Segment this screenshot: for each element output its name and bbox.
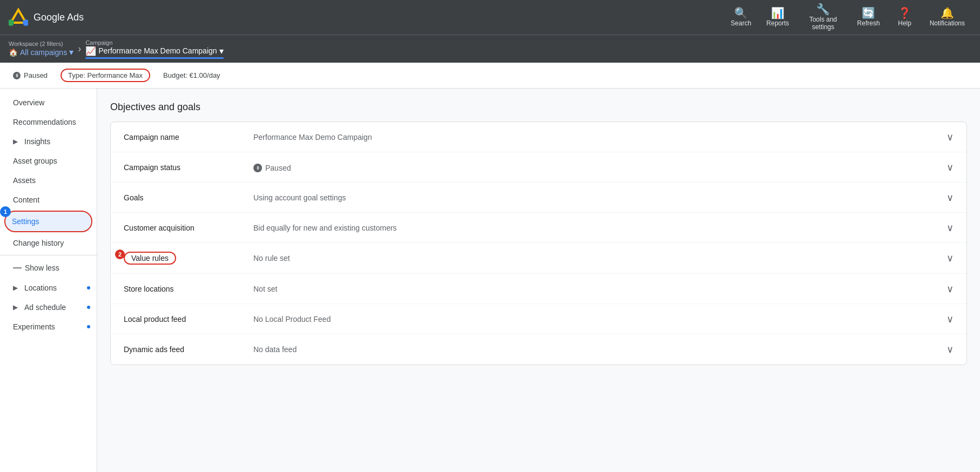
sidebar-item-experiments[interactable]: Experiments — [0, 317, 97, 336]
sidebar-item-assets[interactable]: Assets — [0, 171, 97, 190]
help-label: Help — [898, 19, 911, 27]
nav-actions: 🔍 Search 📊 Reports 🔧 Tools and settings … — [724, 0, 971, 35]
sidebar-item-ad-schedule[interactable]: ▶ Ad schedule — [0, 298, 97, 317]
help-nav-button[interactable]: ❓ Help — [889, 3, 921, 31]
workspace-chevron-icon: ▾ — [69, 47, 73, 57]
show-less-label: Show less — [25, 264, 59, 272]
sidebar: Overview Recommendations ▶ Insights Asse… — [0, 89, 97, 472]
row-chevron-icon: ∨ — [947, 131, 954, 143]
status-paused: ⏸ Paused — [13, 71, 48, 79]
sidebar-item-settings[interactable]: 1 Settings — [4, 211, 92, 232]
sidebar-item-insights[interactable]: ▶ Insights — [0, 132, 97, 151]
breadcrumb-separator: › — [78, 43, 81, 55]
row-value: No rule set — [253, 254, 938, 262]
paused-icon: ⏸ — [13, 72, 21, 79]
all-campaigns-link[interactable]: 🏠 All campaigns ▾ — [9, 47, 73, 57]
settings-badge-1: 1 — [0, 206, 11, 217]
budget-text: Budget: €1.00/day — [163, 71, 220, 79]
row-label: Store locations — [124, 285, 253, 293]
notifications-icon: 🔔 — [941, 8, 954, 18]
google-ads-logo — [9, 8, 28, 27]
reports-nav-button[interactable]: 📊 Reports — [760, 3, 796, 31]
budget-indicator: Budget: €1.00/day — [163, 71, 220, 79]
sidebar-item-locations[interactable]: ▶ Locations — [0, 278, 97, 298]
table-row[interactable]: Dynamic ads feed No data feed ∨ — [111, 334, 966, 365]
tools-label: Tools and settings — [804, 16, 842, 31]
section-title: Objectives and goals — [110, 102, 967, 113]
row-label: Campaign name — [124, 133, 253, 141]
home-icon: 🏠 — [9, 48, 18, 57]
locations-chevron-icon: ▶ — [13, 284, 18, 292]
campaign-breadcrumb: Campaign 📈 Performance Max Demo Campaign… — [85, 39, 223, 59]
reports-label: Reports — [767, 19, 789, 27]
tools-icon: 🔧 — [816, 4, 830, 15]
insights-chevron-icon: ▶ — [13, 138, 18, 145]
status-text: Paused — [24, 71, 48, 79]
notifications-nav-button[interactable]: 🔔 Notifications — [923, 3, 971, 31]
row-label: 2 Value rules — [124, 252, 253, 265]
show-less-dash-icon: — — [13, 263, 22, 273]
ad-schedule-dot — [87, 306, 90, 309]
campaign-name-breadcrumb[interactable]: 📈 Performance Max Demo Campaign ▾ — [85, 46, 223, 56]
status-value-text: Paused — [265, 164, 291, 172]
workspace-link-text: All campaigns — [20, 48, 67, 57]
table-row[interactable]: Local product feed No Local Product Feed… — [111, 304, 966, 334]
row-label: Goals — [124, 193, 253, 202]
main-layout: Overview Recommendations ▶ Insights Asse… — [0, 89, 980, 472]
breadcrumb-bar: Workspace (2 filters) 🏠 All campaigns ▾ … — [0, 35, 980, 63]
table-row[interactable]: 2 Value rules No rule set ∨ — [111, 243, 966, 274]
row-value: Not set — [253, 285, 938, 293]
sidebar-item-change-history[interactable]: Change history — [0, 233, 97, 253]
row-value: ⏸ Paused — [253, 163, 938, 172]
type-indicator[interactable]: Type: Performance Max — [61, 69, 150, 82]
refresh-icon: 🔄 — [862, 8, 875, 18]
tools-nav-button[interactable]: 🔧 Tools and settings — [798, 0, 849, 35]
logo-area: Google Ads — [9, 8, 84, 27]
sidebar-item-overview[interactable]: Overview — [0, 93, 97, 112]
row-chevron-icon: ∨ — [947, 222, 954, 234]
refresh-nav-button[interactable]: 🔄 Refresh — [851, 3, 887, 31]
row-label: Customer acquisition — [124, 224, 253, 232]
sidebar-item-content[interactable]: Content — [0, 190, 97, 210]
refresh-label: Refresh — [857, 19, 880, 27]
help-icon: ❓ — [898, 8, 911, 18]
row-chevron-icon: ∨ — [947, 192, 954, 204]
row-value: No data feed — [253, 345, 938, 354]
search-label: Search — [731, 19, 751, 27]
experiments-dot — [87, 325, 90, 328]
value-rules-badge-2: 2 — [115, 250, 125, 259]
row-chevron-icon: ∨ — [947, 161, 954, 173]
chart-icon: 📈 — [85, 46, 96, 56]
settings-table: Campaign name Performance Max Demo Campa… — [110, 122, 967, 365]
row-value: Bid equally for new and existing custome… — [253, 224, 938, 232]
table-row[interactable]: Goals Using account goal settings ∨ — [111, 183, 966, 213]
row-value: Using account goal settings — [253, 193, 938, 202]
campaign-chevron-icon: ▾ — [219, 46, 224, 56]
ad-schedule-chevron-icon: ▶ — [13, 304, 18, 311]
sidebar-show-less[interactable]: — Show less — [0, 258, 97, 278]
sidebar-item-recommendations[interactable]: Recommendations — [0, 112, 97, 132]
row-label: Dynamic ads feed — [124, 345, 253, 354]
top-nav: Google Ads 🔍 Search 📊 Reports 🔧 Tools an… — [0, 0, 980, 35]
row-chevron-icon: ∨ — [947, 343, 954, 355]
locations-dot — [87, 286, 90, 289]
active-underline — [85, 57, 223, 59]
sidebar-divider — [0, 255, 97, 255]
table-row[interactable]: Campaign status ⏸ Paused ∨ — [111, 152, 966, 183]
table-row[interactable]: Customer acquisition Bid equally for new… — [111, 213, 966, 243]
app-title: Google Ads — [33, 12, 84, 23]
status-paused-icon: ⏸ — [253, 164, 262, 172]
table-row[interactable]: Store locations Not set ∨ — [111, 274, 966, 304]
row-label: Local product feed — [124, 315, 253, 323]
reports-icon: 📊 — [771, 8, 784, 18]
table-row[interactable]: Campaign name Performance Max Demo Campa… — [111, 122, 966, 152]
workspace-label: Workspace (2 filters) — [9, 41, 73, 47]
search-icon: 🔍 — [734, 8, 748, 18]
row-label: Campaign status — [124, 163, 253, 172]
sidebar-item-asset-groups[interactable]: Asset groups — [0, 151, 97, 171]
status-bar: ⏸ Paused Type: Performance Max Budget: €… — [0, 63, 980, 89]
row-chevron-icon: ∨ — [947, 252, 954, 264]
search-nav-button[interactable]: 🔍 Search — [724, 3, 758, 31]
content-area: Objectives and goals Campaign name Perfo… — [97, 89, 980, 472]
row-chevron-icon: ∨ — [947, 283, 954, 295]
